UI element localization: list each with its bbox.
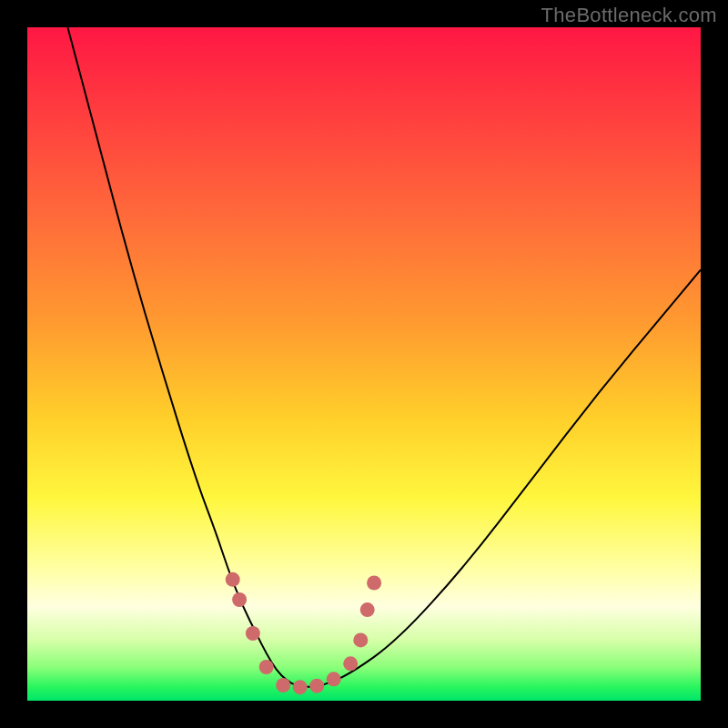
curve-dot — [353, 632, 368, 647]
curve-path-group — [67, 27, 701, 687]
bottleneck-curve-svg — [27, 27, 701, 701]
plot-area — [27, 27, 701, 701]
curve-dot — [276, 678, 290, 693]
curve-dot — [360, 602, 375, 617]
curve-dot — [343, 656, 358, 671]
curve-dot — [259, 660, 274, 674]
watermark-text: TheBottleneck.com — [541, 4, 717, 27]
curve-dot — [226, 572, 240, 587]
curve-path — [67, 27, 701, 687]
curve-dot — [367, 576, 381, 591]
curve-dots-group — [226, 572, 381, 694]
curve-dot — [246, 626, 260, 641]
curve-dot — [293, 680, 308, 694]
curve-dot — [232, 592, 247, 607]
chart-frame: TheBottleneck.com — [0, 0, 728, 728]
curve-dot — [309, 679, 324, 693]
curve-dot — [327, 672, 341, 686]
